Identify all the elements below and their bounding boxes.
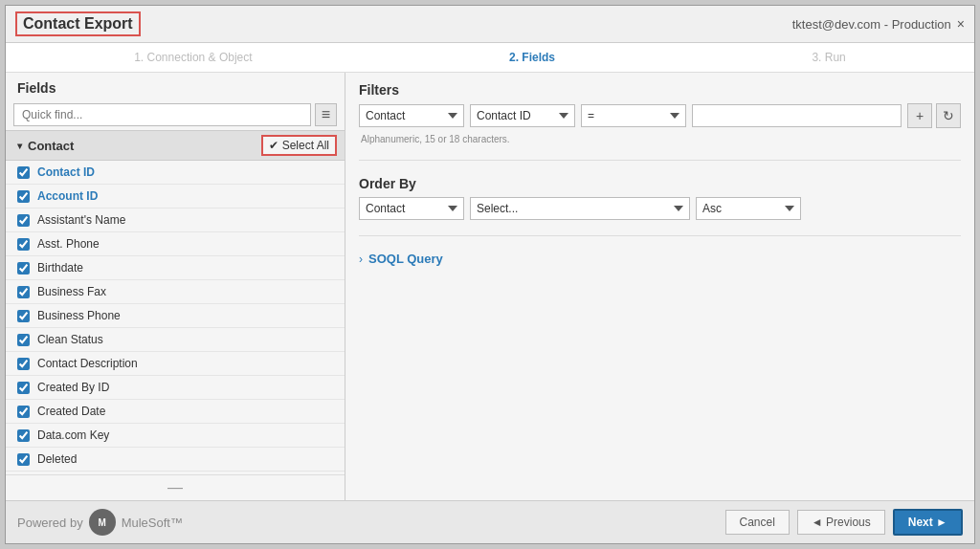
filter-op-select[interactable]: = (581, 104, 686, 127)
field-label-business-fax: Business Fax (37, 285, 106, 298)
order-object-select[interactable]: Contact (359, 197, 464, 220)
select-all-button[interactable]: ✔ Select All (261, 135, 337, 156)
powered-by: Powered by M MuleSoft™ (17, 509, 183, 536)
refresh-filter-button[interactable]: ↻ (936, 103, 961, 128)
soql-label: SOQL Query (368, 252, 443, 266)
fields-title: Fields (6, 73, 345, 99)
window-title: Contact Export (15, 11, 141, 36)
mule-name: MuleSoft™ (122, 516, 183, 530)
list-item[interactable]: Created By ID (6, 376, 345, 400)
field-checkbox-birthdate[interactable] (17, 262, 30, 274)
fields-panel: Fields ≡ ▾ Contact ✔ Select All Contact … (6, 73, 345, 500)
list-item[interactable]: Birthdate (6, 256, 345, 280)
list-item[interactable]: Assistant's Name (6, 209, 345, 232)
field-label-created-date: Created Date (37, 405, 105, 418)
field-checkbox-assistants-name[interactable] (17, 214, 30, 227)
filter-row: Contact Contact ID = + ↻ (359, 103, 961, 128)
list-item[interactable]: Created Date (6, 400, 345, 424)
order-by-row: Contact Select... Asc Desc (359, 197, 961, 220)
filter-actions: + ↻ (907, 103, 961, 128)
field-label-asst-phone: Asst. Phone (37, 237, 100, 251)
scroll-indicator: — (6, 474, 345, 500)
divider-1 (359, 160, 961, 161)
previous-button[interactable]: ◄ Previous (797, 510, 885, 535)
list-item[interactable]: Account ID (6, 185, 345, 209)
field-label-created-by-id: Created By ID (37, 381, 109, 394)
list-item[interactable]: Deleted (6, 448, 345, 472)
order-direction-select[interactable]: Asc Desc (696, 197, 801, 220)
list-item[interactable]: Business Fax (6, 280, 345, 304)
field-checkbox-clean-status[interactable] (17, 334, 30, 346)
order-field-select[interactable]: Select... (470, 197, 690, 220)
divider-2 (359, 235, 961, 236)
field-checkbox-created-date[interactable] (17, 406, 30, 418)
filter-field-select[interactable]: Contact ID (470, 104, 575, 127)
list-item[interactable]: Clean Status (6, 328, 345, 352)
filters-section: Filters Contact Contact ID = (359, 82, 961, 144)
step-fields[interactable]: 2. Fields (509, 51, 555, 64)
search-input[interactable] (13, 103, 311, 126)
field-label-deleted: Deleted (37, 452, 77, 466)
field-label-assistants-name: Assistant's Name (37, 213, 125, 227)
title-bar: Contact Export tktest@dev.com - Producti… (6, 6, 974, 43)
close-button[interactable]: × (957, 16, 965, 32)
field-checkbox-datacom-key[interactable] (17, 429, 30, 442)
soql-chevron-icon: › (359, 253, 363, 266)
powered-by-label: Powered by (17, 516, 83, 530)
field-label-birthdate: Birthdate (37, 261, 83, 274)
contact-group-label: Contact (28, 139, 74, 153)
field-label-account-id: Account ID (37, 189, 98, 203)
next-button[interactable]: Next ► (893, 509, 963, 536)
step-connection[interactable]: 1. Connection & Object (134, 51, 252, 64)
filter-object-select[interactable]: Contact (359, 104, 464, 127)
soql-row[interactable]: › SOQL Query (359, 252, 961, 266)
contact-group-header: ▾ Contact ✔ Select All (6, 130, 345, 161)
order-by-section: Order By Contact Select... Asc Desc (359, 176, 961, 220)
search-bar: ≡ (13, 103, 337, 126)
field-label-contact-id: Contact ID (37, 165, 95, 179)
field-checkbox-contact-id[interactable] (17, 166, 30, 179)
order-by-title: Order By (359, 176, 961, 191)
field-checkbox-created-by-id[interactable] (17, 382, 30, 394)
user-label: tktest@dev.com - Production (792, 17, 951, 32)
field-label-clean-status: Clean Status (37, 333, 103, 346)
list-item[interactable]: Data.com Key (6, 424, 345, 448)
filter-value-input[interactable] (692, 104, 902, 127)
field-checkbox-asst-phone[interactable] (17, 238, 30, 251)
list-item[interactable]: Contact Description (6, 352, 345, 376)
fields-list: Contact ID Account ID Assistant's Name A… (6, 161, 345, 474)
field-checkbox-business-fax[interactable] (17, 286, 30, 298)
add-filter-button[interactable]: + (907, 103, 932, 128)
field-checkbox-contact-description[interactable] (17, 358, 30, 370)
cancel-button[interactable]: Cancel (725, 510, 790, 535)
filter-group: Contact Contact ID = + ↻ (359, 103, 961, 144)
field-checkbox-business-phone[interactable] (17, 310, 30, 322)
step-run[interactable]: 3. Run (812, 51, 845, 64)
filter-hint: Alphanumeric, 15 or 18 characters. (361, 134, 961, 144)
wizard-steps: 1. Connection & Object 2. Fields 3. Run (6, 43, 974, 73)
field-label-contact-description: Contact Description (37, 357, 138, 370)
field-label-datacom-key: Data.com Key (37, 428, 109, 442)
field-label-business-phone: Business Phone (37, 309, 121, 322)
user-info: tktest@dev.com - Production × (792, 16, 965, 32)
list-item[interactable]: Business Phone (6, 304, 345, 328)
list-item[interactable]: Contact ID (6, 161, 345, 185)
chevron-down-icon[interactable]: ▾ (17, 141, 22, 151)
filters-title: Filters (359, 82, 961, 98)
field-checkbox-deleted[interactable] (17, 453, 30, 466)
right-panel: Filters Contact Contact ID = (345, 73, 974, 500)
menu-icon[interactable]: ≡ (315, 103, 337, 126)
main-window: Contact Export tktest@dev.com - Producti… (5, 5, 975, 544)
mule-logo: M (89, 509, 116, 536)
list-item[interactable]: Asst. Phone (6, 232, 345, 256)
bottom-actions: Cancel ◄ Previous Next ► (725, 509, 964, 536)
content-area: Fields ≡ ▾ Contact ✔ Select All Contact … (6, 73, 974, 500)
field-checkbox-account-id[interactable] (17, 190, 30, 203)
bottom-bar: Powered by M MuleSoft™ Cancel ◄ Previous… (6, 500, 974, 543)
